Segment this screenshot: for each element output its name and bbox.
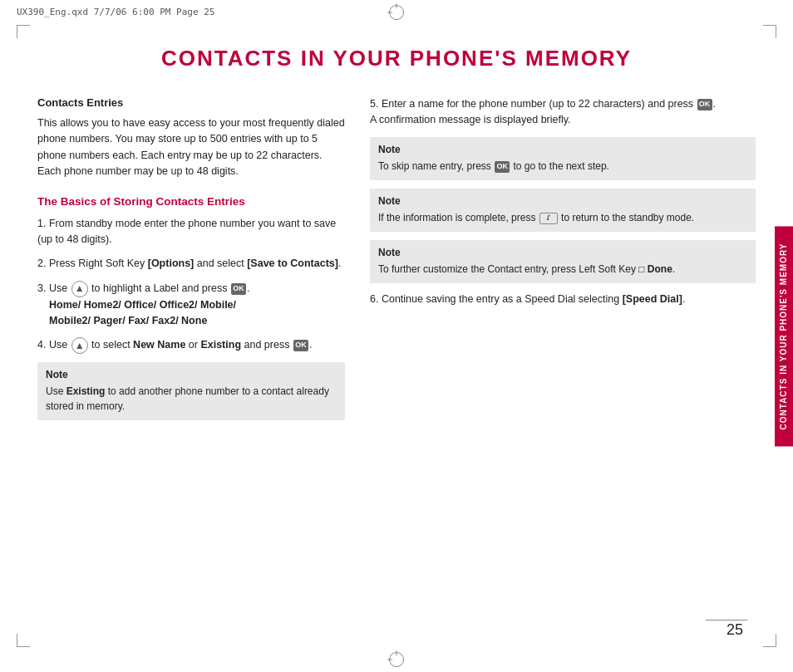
chapter-tab: CONTACTS IN YOUR PHONE'S MEMORY — [775, 226, 793, 446]
nav-icon-step3: ▲ — [71, 281, 88, 297]
step-6-speed-dial: [Speed Dial] — [623, 293, 682, 305]
note-existing-title: Note — [46, 369, 337, 380]
step-3: 3. Use ▲ to highlight a Label and press … — [37, 281, 345, 330]
step-4: 4. Use ▲ to select New Name or Existing … — [37, 337, 345, 354]
step-5-num: 5. — [370, 98, 382, 110]
note-existing-bold: Existing — [66, 385, 106, 397]
note-box-existing: Note Use Existing to add another phone n… — [37, 362, 345, 420]
two-column-layout: Contacts Entries This allows you to have… — [37, 96, 756, 429]
step-1-num: 1. — [37, 218, 49, 229]
note-customize-title: Note — [378, 247, 747, 258]
file-info-text: UX390_Eng.qxd 7/7/06 6:00 PM Page 25 — [17, 7, 214, 17]
step-1: 1. From standby mode enter the phone num… — [37, 216, 345, 248]
step-4-existing: Existing — [200, 340, 241, 351]
step-3-label-list: Home/ Home2/ Office/ Office2/ Mobile/Mob… — [49, 299, 236, 326]
corner-mark-tl — [17, 25, 30, 38]
right-column: 5. Enter a name for the phone number (up… — [370, 96, 756, 429]
end-key-icon: 🕻 — [539, 213, 558, 224]
file-info-bar: UX390_Eng.qxd 7/7/06 6:00 PM Page 25 — [17, 7, 214, 17]
note-customize-text: To further customize the Contact entry, … — [378, 262, 747, 277]
step-4-new-name: New Name — [133, 340, 185, 351]
page-title: CONTACTS IN YOUR PHONE'S MEMORY — [37, 46, 756, 71]
corner-mark-br — [763, 634, 776, 647]
note-complete-title: Note — [378, 195, 747, 207]
step-2-save: [Save to Contacts] — [247, 258, 338, 269]
left-column: Contacts Entries This allows you to have… — [37, 96, 345, 429]
step-5-confirm: A confirmation message is displayed brie… — [370, 114, 571, 125]
basics-subheading: The Basics of Storing Contacts Entries — [37, 195, 345, 208]
step-3-num: 3. — [37, 282, 49, 294]
step-4-num: 4. — [37, 340, 49, 351]
note-box-complete: Note If the information is complete, pre… — [370, 189, 756, 232]
step-2-options: [Options] — [148, 258, 195, 269]
note-existing-text: Use Existing to add another phone number… — [46, 384, 337, 414]
ok-btn-note1: OK — [495, 161, 510, 173]
step-5: 5. Enter a name for the phone number (up… — [370, 96, 756, 129]
note-done-bold: Done — [648, 263, 672, 275]
ok-btn-step5: OK — [697, 99, 712, 110]
contacts-entries-heading: Contacts Entries — [37, 96, 345, 109]
page-content: CONTACTS IN YOUR PHONE'S MEMORY Contacts… — [37, 29, 756, 643]
note-complete-text: If the information is complete, press 🕻 … — [378, 210, 747, 225]
ok-btn-step3: OK — [231, 283, 246, 295]
step-2: 2. Press Right Soft Key [Options] and se… — [37, 256, 345, 272]
corner-mark-tr — [763, 25, 776, 38]
step-3-labels: Home/ Home2/ Office/ Office2/ Mobile/Mob… — [37, 297, 345, 330]
step-6: 6. Continue saving the entry as a Speed … — [370, 292, 756, 307]
chapter-tab-text: CONTACTS IN YOUR PHONE'S MEMORY — [779, 243, 788, 429]
note-skip-text: To skip name entry, press OK to go to th… — [378, 159, 747, 174]
step-2-text: Press Right Soft Key [Options] and selec… — [49, 258, 342, 269]
step-1-text: From standby mode enter the phone number… — [37, 218, 336, 245]
step-2-num: 2. — [37, 258, 49, 269]
ok-btn-step4: OK — [293, 340, 308, 351]
note-skip-title: Note — [378, 144, 747, 155]
corner-mark-bl — [17, 634, 30, 647]
nav-icon-step4: ▲ — [71, 337, 88, 354]
note-box-skip: Note To skip name entry, press OK to go … — [370, 137, 756, 180]
registration-circle-bottom — [389, 652, 404, 667]
step-6-num: 6. — [370, 293, 382, 305]
note-box-customize: Note To further customize the Contact en… — [370, 240, 756, 283]
registration-circle-top — [389, 5, 404, 20]
contacts-entries-body: This allows you to have easy access to y… — [37, 115, 345, 180]
